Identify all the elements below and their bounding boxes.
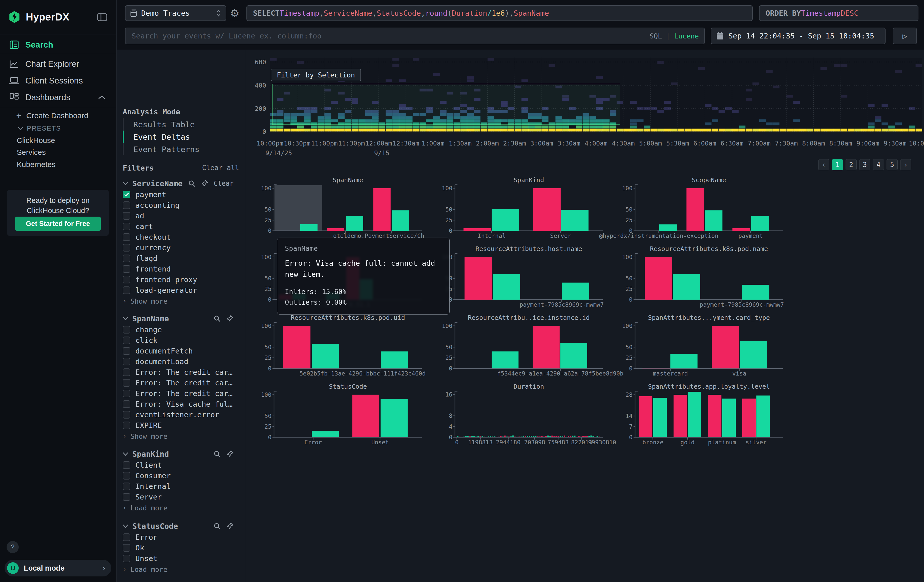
delta-chart-ResourceAttribu..ice.instance.id[interactable]: ResourceAttribu..ice.instance.id10050250… bbox=[443, 315, 605, 378]
page-button-3[interactable]: 3 bbox=[859, 159, 870, 170]
get-started-button[interactable]: Get Started for Free bbox=[15, 217, 101, 231]
sidebar-preset-kubernetes[interactable]: Kubernetes bbox=[17, 160, 55, 169]
search-icon[interactable] bbox=[213, 522, 221, 530]
show-more-button[interactable]: › Load more bbox=[123, 502, 240, 513]
checkbox[interactable] bbox=[123, 358, 130, 365]
filter-group-header[interactable]: SpanName bbox=[123, 313, 240, 325]
page-button-2[interactable]: 2 bbox=[846, 159, 857, 170]
checkbox[interactable] bbox=[123, 555, 130, 562]
delta-chart-ScopeName[interactable]: ScopeName10050250@hyperdx/instrumentatio… bbox=[623, 177, 785, 241]
filter-checkbox-row[interactable]: ad bbox=[123, 211, 240, 221]
sidebar-item-chart-explorer[interactable]: Chart Explorer bbox=[0, 56, 116, 72]
create-dashboard-button[interactable]: + Create Dashboard bbox=[16, 110, 88, 120]
filter-checkbox-row[interactable]: change bbox=[123, 325, 240, 335]
filter-checkbox-row[interactable]: frontend bbox=[123, 264, 240, 274]
filter-checkbox-row[interactable]: cart bbox=[123, 221, 240, 232]
search-icon[interactable] bbox=[188, 180, 196, 187]
clear-all-filters-button[interactable]: Clear all bbox=[202, 164, 239, 171]
filter-checkbox-row[interactable]: Error: The credit card (… bbox=[123, 367, 240, 378]
checkbox[interactable] bbox=[123, 379, 130, 387]
date-range-picker[interactable]: Sep 14 22:04:35 - Sep 15 10:04:35 bbox=[711, 28, 886, 44]
filter-checkbox-row[interactable]: payment bbox=[123, 189, 240, 200]
filter-checkbox-row[interactable]: Unset bbox=[123, 553, 240, 564]
sidebar-collapse-icon[interactable] bbox=[97, 13, 107, 21]
delta-chart-SpanName[interactable]: SpanName10050250oteldemo.PaymentService/… bbox=[262, 177, 424, 241]
checkbox[interactable] bbox=[123, 191, 130, 198]
show-more-button[interactable]: › Load more bbox=[123, 564, 240, 575]
show-more-button[interactable]: › Show more bbox=[123, 431, 240, 442]
sidebar-preset-clickhouse[interactable]: ClickHouse bbox=[17, 136, 55, 145]
checkbox[interactable] bbox=[123, 212, 130, 220]
filter-checkbox-row[interactable]: flagd bbox=[123, 253, 240, 264]
filter-checkbox-row[interactable]: documentFetch bbox=[123, 346, 240, 356]
filter-group-header[interactable]: ServiceName Clear bbox=[123, 178, 240, 189]
delta-chart-SpanAttributes.app.loyalty.level[interactable]: SpanAttributes.app.loyalty.level281470br… bbox=[623, 384, 785, 447]
filter-checkbox-row[interactable]: Error: The credit card (… bbox=[123, 378, 240, 388]
pin-icon[interactable] bbox=[226, 450, 234, 458]
checkbox[interactable] bbox=[123, 287, 130, 294]
delta-chart-StatusCode[interactable]: StatusCode10050250ErrorUnset bbox=[262, 384, 424, 447]
checkbox[interactable] bbox=[123, 265, 130, 273]
sidebar-preset-services[interactable]: Services bbox=[17, 148, 46, 157]
heatmap-selection-box[interactable] bbox=[272, 84, 620, 125]
delta-chart-ResourceAttributes.k8s.pod.uid[interactable]: ResourceAttributes.k8s.pod.uid100502505e… bbox=[262, 315, 424, 378]
checkbox[interactable] bbox=[123, 493, 130, 501]
show-more-button[interactable]: › Show more bbox=[123, 295, 240, 307]
search-icon[interactable] bbox=[213, 450, 221, 458]
filter-checkbox-row[interactable]: Client bbox=[123, 460, 240, 470]
checkbox[interactable] bbox=[123, 390, 130, 397]
checkbox[interactable] bbox=[123, 276, 130, 284]
analysis-mode-option[interactable]: Results Table bbox=[123, 118, 239, 130]
pin-icon[interactable] bbox=[226, 315, 234, 322]
filter-checkbox-row[interactable]: Consumer bbox=[123, 470, 240, 481]
checkbox[interactable] bbox=[123, 223, 130, 230]
search-icon[interactable] bbox=[213, 315, 221, 322]
sidebar-item-client-sessions[interactable]: Client Sessions bbox=[0, 73, 116, 89]
checkbox[interactable] bbox=[123, 472, 130, 480]
filter-checkbox-row[interactable]: eventListener.error bbox=[123, 409, 240, 420]
sidebar-item-search[interactable]: Search bbox=[0, 37, 116, 53]
filter-checkbox-row[interactable]: checkout bbox=[123, 232, 240, 242]
filter-checkbox-row[interactable]: frontend-proxy bbox=[123, 274, 240, 285]
page-button-1[interactable]: 1 bbox=[832, 159, 843, 170]
source-select[interactable]: Demo Traces bbox=[125, 5, 226, 21]
checkbox[interactable] bbox=[123, 326, 130, 333]
checkbox[interactable] bbox=[123, 400, 130, 408]
checkbox[interactable] bbox=[123, 411, 130, 419]
filter-group-header[interactable]: StatusCode bbox=[123, 520, 240, 532]
checkbox[interactable] bbox=[123, 422, 130, 429]
filter-checkbox-row[interactable]: Error: Visa cache full: … bbox=[123, 399, 240, 409]
filter-group-header[interactable]: SpanKind bbox=[123, 448, 240, 460]
delta-chart-ResourceAttributes.host.name[interactable]: ResourceAttributes.host.name10050250paym… bbox=[443, 246, 605, 309]
prev-page-button[interactable]: ‹ bbox=[818, 159, 829, 170]
checkbox[interactable] bbox=[123, 533, 130, 541]
filter-checkbox-row[interactable]: load-generator bbox=[123, 285, 240, 295]
checkbox[interactable] bbox=[123, 461, 130, 469]
run-query-button[interactable]: ▷ bbox=[893, 28, 917, 44]
checkbox[interactable] bbox=[123, 544, 130, 552]
checkbox[interactable] bbox=[123, 483, 130, 490]
page-button-5[interactable]: 5 bbox=[886, 159, 898, 170]
delta-chart-ResourceAttributes.k8s.pod.name[interactable]: ResourceAttributes.k8s.pod.name10050250p… bbox=[623, 246, 785, 309]
app-logo[interactable]: HyperDX bbox=[8, 10, 69, 24]
checkbox[interactable] bbox=[123, 368, 130, 376]
checkbox[interactable] bbox=[123, 255, 130, 262]
filter-checkbox-row[interactable]: currency bbox=[123, 242, 240, 253]
delta-chart-Duration[interactable]: Duration16840011988132944180703098759483… bbox=[443, 384, 605, 447]
filter-checkbox-row[interactable]: accounting bbox=[123, 200, 240, 211]
checkbox[interactable] bbox=[123, 347, 130, 355]
delta-chart-SpanAttributes...yment.card_type[interactable]: SpanAttributes...yment.card_type10050250… bbox=[623, 315, 785, 378]
pin-icon[interactable] bbox=[201, 180, 208, 187]
sidebar-item-dashboards[interactable]: Dashboards bbox=[0, 89, 116, 105]
checkbox[interactable] bbox=[123, 233, 130, 241]
filter-checkbox-row[interactable]: Error: The credit card (… bbox=[123, 388, 240, 399]
help-button[interactable]: ? bbox=[7, 541, 19, 553]
filter-checkbox-row[interactable]: Error bbox=[123, 532, 240, 542]
filter-by-selection-button[interactable]: Filter by Selection bbox=[271, 69, 361, 81]
analysis-mode-option[interactable]: Event Deltas bbox=[123, 130, 239, 143]
filter-checkbox-row[interactable]: EXPIRE bbox=[123, 420, 240, 431]
checkbox[interactable] bbox=[123, 336, 130, 344]
pin-icon[interactable] bbox=[226, 522, 234, 530]
filter-checkbox-row[interactable]: Internal bbox=[123, 481, 240, 492]
sql-mode-button[interactable]: SQL bbox=[650, 32, 662, 40]
